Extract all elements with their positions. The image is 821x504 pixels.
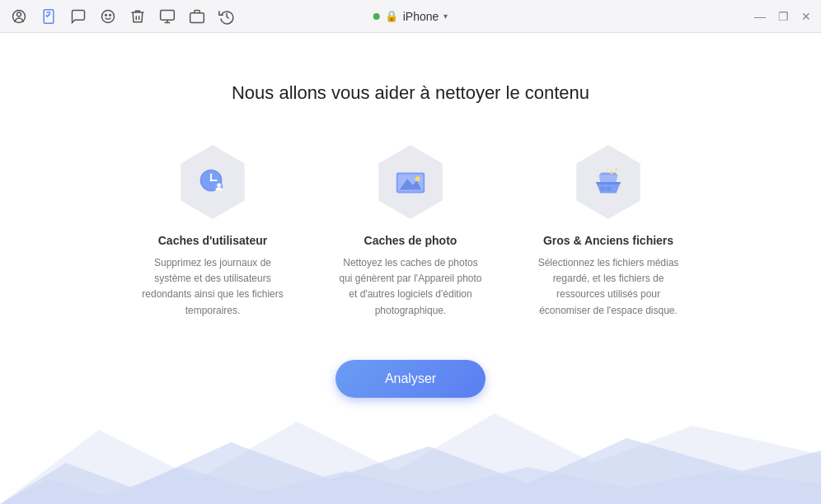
svg-point-5 bbox=[110, 14, 111, 16]
clean-icon[interactable] bbox=[40, 7, 58, 26]
svg-point-4 bbox=[106, 14, 107, 16]
mountain-background bbox=[0, 397, 821, 504]
photo-cache-desc: Nettoyez les caches de photos qui génère… bbox=[336, 255, 485, 319]
photo-cache-card: Caches de photo Nettoyez les caches de p… bbox=[336, 145, 485, 319]
svg-point-21 bbox=[615, 168, 617, 170]
svg-marker-27 bbox=[0, 467, 821, 504]
svg-rect-7 bbox=[190, 12, 204, 22]
restore-button[interactable]: ❐ bbox=[778, 12, 788, 21]
user-cache-icon-bg bbox=[176, 145, 250, 219]
svg-point-13 bbox=[210, 180, 213, 182]
trash-icon[interactable] bbox=[129, 7, 147, 26]
svg-point-3 bbox=[102, 10, 115, 22]
screen-icon[interactable] bbox=[158, 7, 176, 26]
svg-point-19 bbox=[415, 176, 420, 181]
device-phone-icon: 🔒 bbox=[385, 10, 398, 22]
analyze-button[interactable]: Analyser bbox=[335, 360, 486, 398]
svg-rect-2 bbox=[44, 9, 54, 23]
user-cache-desc: Supprimez les journaux de système et des… bbox=[138, 255, 287, 319]
history-icon[interactable] bbox=[218, 7, 236, 26]
main-content: Nous allons vous aider à nettoyer le con… bbox=[0, 33, 821, 504]
large-files-icon-bg bbox=[571, 145, 645, 219]
user-cache-card: Caches d'utilisateur Supprimez les journ… bbox=[138, 145, 287, 319]
svg-rect-23 bbox=[600, 187, 605, 191]
svg-rect-24 bbox=[607, 187, 612, 191]
device-name: iPhone bbox=[403, 10, 439, 23]
close-button[interactable]: ✕ bbox=[801, 12, 811, 21]
user-cache-icon bbox=[194, 163, 232, 201]
cards-container: Caches d'utilisateur Supprimez les journ… bbox=[138, 145, 683, 319]
page-title: Nous allons vous aider à nettoyer le con… bbox=[232, 82, 589, 104]
user-cache-title: Caches d'utilisateur bbox=[158, 234, 267, 247]
svg-point-15 bbox=[217, 183, 221, 187]
device-status-dot bbox=[373, 13, 380, 20]
svg-point-20 bbox=[610, 171, 613, 175]
face-icon[interactable] bbox=[99, 7, 117, 26]
nav-icons bbox=[10, 7, 236, 26]
messages-icon[interactable] bbox=[69, 7, 87, 26]
svg-rect-6 bbox=[161, 10, 175, 20]
svg-marker-26 bbox=[0, 438, 821, 504]
window-controls: — ❐ ✕ bbox=[755, 12, 811, 21]
home-icon[interactable] bbox=[10, 7, 28, 26]
large-files-title: Gros & Anciens fichiers bbox=[543, 234, 673, 247]
device-selector[interactable]: 🔒 iPhone ▾ bbox=[373, 10, 448, 23]
photo-cache-icon-bg bbox=[373, 145, 448, 219]
large-files-icon bbox=[589, 163, 627, 201]
svg-point-1 bbox=[17, 12, 21, 16]
large-files-card: Gros & Anciens fichiers Sélectionnez les… bbox=[534, 145, 683, 319]
briefcase-icon[interactable] bbox=[188, 7, 206, 26]
minimize-button[interactable]: — bbox=[755, 12, 765, 21]
chevron-down-icon: ▾ bbox=[443, 12, 448, 21]
large-files-desc: Sélectionnez les fichiers médias regardé… bbox=[534, 255, 683, 319]
photo-cache-title: Caches de photo bbox=[364, 234, 457, 247]
photo-cache-icon bbox=[392, 163, 429, 201]
title-bar: 🔒 iPhone ▾ — ❐ ✕ bbox=[0, 0, 821, 33]
svg-marker-25 bbox=[0, 413, 821, 504]
svg-point-22 bbox=[606, 170, 608, 171]
